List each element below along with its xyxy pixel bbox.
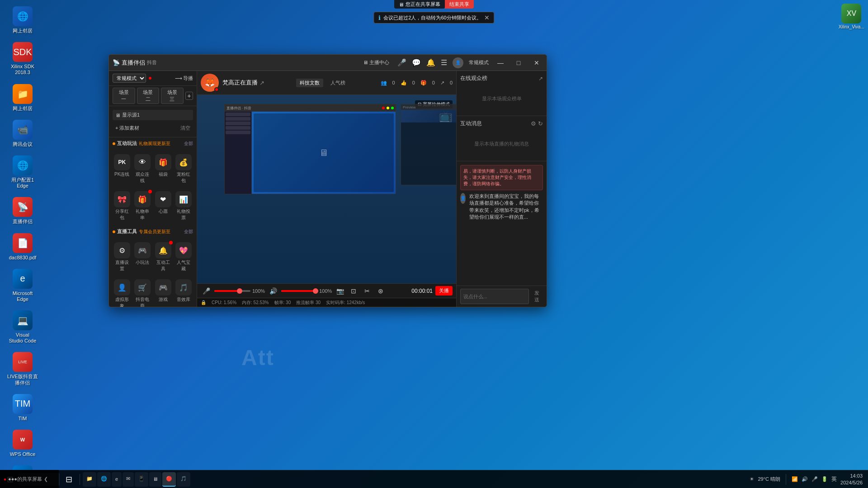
interaction-item-share-red[interactable]: 🎀 分享红包 (113, 188, 132, 224)
desktop-icon-pdf[interactable]: 📄 dac8830.pdf (5, 231, 41, 263)
mic-slider[interactable] (214, 290, 250, 292)
speaker-slider-thumb[interactable] (313, 288, 318, 294)
record-button[interactable]: ⊡ (348, 286, 359, 296)
tencent-meeting-label: 腾讯会议 (13, 141, 33, 147)
minimize-button[interactable]: — (494, 58, 507, 68)
menu-ctrl-btn[interactable]: ☰ (441, 58, 447, 67)
top-right-app-icon[interactable]: XV Xilinx_Viva... (835, 0, 868, 33)
tool-item-interaction-tools[interactable]: 🔔 互动工具 (154, 239, 173, 275)
mic-button[interactable]: 🎤 (201, 286, 212, 296)
external-link-icon[interactable]: ↗ (259, 80, 264, 86)
taskbar-app-chrome[interactable]: 🌐 (97, 472, 111, 487)
settings-icon-sm[interactable]: ⚙ (531, 120, 536, 127)
chat-send-button[interactable]: 发送 (531, 289, 543, 304)
taskbar-network-icon[interactable]: 📶 (792, 476, 798, 482)
taskbar-app-misc2[interactable]: 🖥 (149, 472, 161, 487)
host-center-btn[interactable]: 🖥 主播中心 (360, 58, 392, 67)
interaction-all-link[interactable]: 全部 (184, 141, 193, 147)
fans-count: 0 (392, 80, 395, 86)
tool-item-avatar[interactable]: 👤 虚拟形象 (113, 277, 132, 307)
desktop-icon-live-companion[interactable]: 📡 直播伴侣 (5, 195, 41, 226)
interaction-item-pk[interactable]: PK PK连线 (113, 151, 132, 187)
taskbar-app-mail[interactable]: ✉ (123, 472, 134, 487)
interaction-item-wish[interactable]: ❤ 心愿 (154, 188, 173, 224)
taskbar-mic-icon[interactable]: 🎤 (811, 476, 818, 482)
tool-item-settings[interactable]: ⚙ 直播设置 (113, 239, 132, 275)
speaker-slider[interactable] (281, 290, 317, 292)
taskbar-sound-icon[interactable]: 🔊 (802, 476, 808, 482)
desktop-icon-xilinx-sdk[interactable]: SDK Xilinx SDK2018.3 (5, 40, 41, 77)
interaction-item-gift-chain[interactable]: 🎁 礼物串串 (133, 188, 152, 224)
chat-input[interactable] (460, 289, 529, 304)
notification-close-button[interactable]: ✕ (484, 14, 490, 21)
gift-chain-icon: 🎁 (134, 191, 151, 207)
scene-tab-3[interactable]: 场景三 (161, 88, 184, 104)
import-button[interactable]: ⟶ 导播 (175, 75, 193, 82)
live-dot (214, 87, 219, 92)
app-title: 直播伴侣 (122, 59, 145, 67)
left-sidebar: 常规模式 ⟶ 导播 场景一 场景二 场景三 + (109, 71, 197, 307)
close-button[interactable]: ✕ (530, 58, 543, 68)
stop-sharing-button[interactable]: 结束共享 (445, 0, 474, 9)
tab-popularity[interactable]: 人气榜 (327, 79, 349, 87)
beauty-button[interactable]: ⊛ (375, 286, 386, 296)
chat-ctrl-btn[interactable]: 💬 (412, 58, 421, 67)
desktop-icon-live-btn[interactable]: LIVE LIVE版抖音直播伴侣 (5, 350, 41, 387)
stop-live-button[interactable]: 关播 (435, 286, 453, 296)
desktop-icon-folder[interactable]: 📁 网上邻居 (5, 82, 41, 113)
taskbar-app-music[interactable]: 🎵 (177, 472, 190, 487)
task-view-button[interactable]: ⊟ (61, 471, 77, 488)
tools-title: 直播工具 (117, 228, 137, 235)
desktop: 🖥 您正在共享屏幕 结束共享 ℹ 会议已超过2人，自动转为60分钟限时会议。 ✕… (0, 0, 868, 488)
tool-item-sound[interactable]: 🎵 音效库 (175, 277, 193, 307)
screenshot-button[interactable]: 📷 (335, 286, 345, 296)
sharing-chevron[interactable]: ❮ (44, 476, 48, 482)
desktop-icon-wps[interactable]: W WPS Office (5, 428, 41, 459)
bell-ctrl-btn[interactable]: 🔔 (426, 58, 435, 67)
refresh-icon[interactable]: ↻ (538, 120, 543, 127)
desktop-icon-edge1[interactable]: 🌐 用户配置1Edge (5, 154, 41, 191)
tool-item-games[interactable]: 🎮 游戏 (154, 277, 173, 307)
interaction-item-gift-vote[interactable]: 📊 礼物投票 (175, 188, 193, 224)
maximize-button[interactable]: □ (512, 58, 525, 68)
chat-messages: 易，请谨慎判断，以防人身财产损失，请大家注意财产安全，理性消费，谨防网络诈骗。 … (457, 161, 547, 286)
tab-science[interactable]: 科技文数 (296, 79, 323, 87)
notification-text: 会议已超过2人，自动转为60分钟限时会议。 (383, 14, 481, 21)
tool-item-popularity[interactable]: 💖 人气宝藏 (175, 239, 193, 275)
interaction-item-lucky-bag[interactable]: 🎁 福袋 (154, 151, 173, 187)
wps-icon: W (13, 430, 33, 450)
push-frames-stat: 推流帧率 30 (296, 300, 321, 306)
inner-sidebar-mini (225, 112, 252, 194)
mode-select[interactable]: 常规模式 (113, 74, 146, 83)
popularity-label: 人气宝藏 (175, 259, 193, 272)
taskbar-app-live[interactable]: 🔴 (162, 472, 176, 487)
taskbar-app-misc1[interactable]: 📱 (135, 472, 148, 487)
wish-label: 心愿 (159, 208, 168, 215)
mic-ctrl-btn[interactable]: 🎤 (397, 58, 406, 67)
inner-window-controls (382, 107, 394, 109)
desktop-icon-netneighbor[interactable]: 🌐 网上邻居 (5, 5, 41, 36)
tools-badge (113, 230, 115, 233)
desktop-icon-ms-edge[interactable]: e MicrosoftEdge (5, 267, 41, 304)
taskbar-language[interactable]: 英 (831, 475, 837, 483)
scene-tab-2[interactable]: 场景二 (137, 88, 160, 104)
mic-slider-thumb[interactable] (237, 288, 242, 294)
scene-tab-1[interactable]: 场景一 (113, 88, 135, 104)
taskbar-app-file-explorer[interactable]: 📁 (83, 472, 96, 487)
speaker-button[interactable]: 🔊 (268, 286, 278, 296)
interaction-item-fan-red[interactable]: 💰 宠粉红包 (175, 151, 193, 187)
xilinx-viva-icon: XV (841, 4, 861, 23)
tools-all-link[interactable]: 全部 (184, 229, 193, 235)
crop-button[interactable]: ✂ (362, 286, 373, 296)
online-viewers-expand-icon[interactable]: ↗ (538, 75, 543, 82)
tool-item-ecommerce[interactable]: 🛒 抖音电商 (133, 277, 152, 307)
desktop-icon-tim[interactable]: TIM TIM (5, 392, 41, 423)
add-source-button[interactable]: + 添加素材 清空 (113, 123, 193, 133)
interaction-item-audience[interactable]: 👁 观众连线 (133, 151, 152, 187)
desktop-icon-vscode[interactable]: 💻 VisualStudio Code (5, 309, 41, 346)
desktop-icon-tencent-meeting[interactable]: 📹 腾讯会议 (5, 118, 41, 149)
clear-button[interactable]: 清空 (180, 125, 190, 131)
tool-item-mini-games[interactable]: 🎮 小玩法 (133, 239, 152, 275)
taskbar-app-edge[interactable]: e (112, 472, 122, 487)
add-scene-button[interactable]: + (185, 92, 193, 100)
